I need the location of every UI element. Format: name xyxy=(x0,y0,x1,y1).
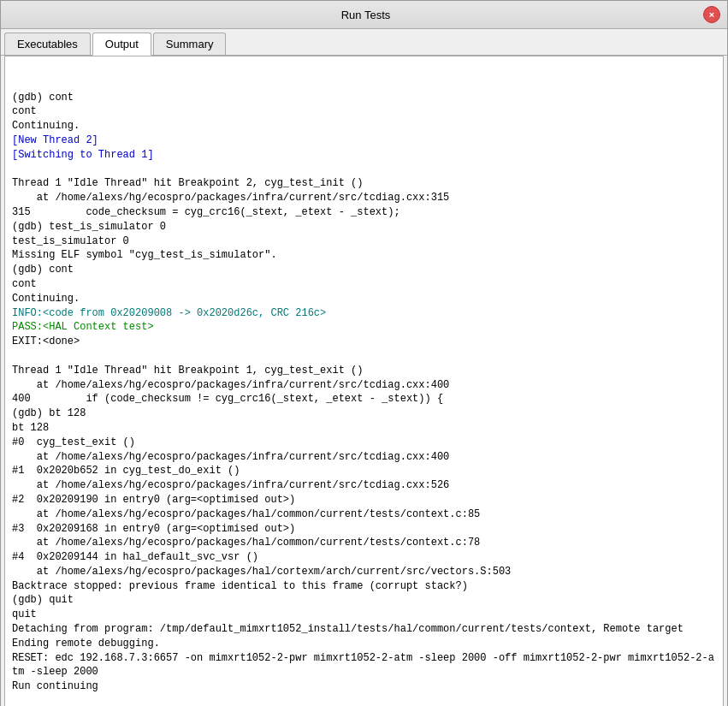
output-line: Ending remote debugging. xyxy=(12,637,716,651)
output-line: Thread 1 "Idle Thread" hit Breakpoint 1,… xyxy=(12,364,716,378)
output-content: (gdb) contcontContinuing.[New Thread 2][… xyxy=(4,56,724,706)
output-line: (gdb) cont xyxy=(12,263,716,277)
tab-executables[interactable]: Executables xyxy=(4,33,91,55)
output-line: #1 0x2020b652 in cyg_test_do_exit () xyxy=(12,464,716,478)
output-line: Missing ELF symbol "cyg_test_is_simulato… xyxy=(12,248,716,263)
output-line xyxy=(12,694,716,706)
output-line: at /home/alexs/hg/ecospro/packages/infra… xyxy=(12,478,716,493)
output-line: Run continuing xyxy=(12,679,716,694)
run-tests-dialog: Run Tests × Executables Output Summary (… xyxy=(0,0,728,706)
output-line: #3 0x20209168 in entry0 (arg=<optimised … xyxy=(12,522,716,537)
output-line: at /home/alexs/hg/ecospro/packages/hal/c… xyxy=(12,536,716,550)
title-bar: Run Tests × xyxy=(1,1,727,29)
output-line xyxy=(12,349,716,364)
output-line: EXIT:<done> xyxy=(12,335,716,349)
dialog-title: Run Tests xyxy=(28,9,703,21)
output-line: #0 cyg_test_exit () xyxy=(12,436,716,450)
output-line: Detaching from program: /tmp/default_mim… xyxy=(12,622,716,637)
output-line: Backtrace stopped: previous frame identi… xyxy=(12,579,716,594)
output-line: [Switching to Thread 1] xyxy=(12,148,716,163)
output-line: test_is_simulator 0 xyxy=(12,234,716,249)
output-line xyxy=(12,163,716,177)
output-line: RESET: edc 192.168.7.3:6657 -on mimxrt10… xyxy=(12,651,716,680)
tab-summary[interactable]: Summary xyxy=(153,33,227,55)
output-line: Continuing. xyxy=(12,292,716,306)
output-line: bt 128 xyxy=(12,421,716,436)
output-line: Thread 1 "Idle Thread" hit Breakpoint 2,… xyxy=(12,176,716,191)
output-line: (gdb) bt 128 xyxy=(12,406,716,421)
output-line: #2 0x20209190 in entry0 (arg=<optimised … xyxy=(12,493,716,507)
output-line: INFO:<code from 0x20209008 -> 0x2020d26c… xyxy=(12,306,716,321)
output-line: PASS:<HAL Context test> xyxy=(12,320,716,335)
output-line: 315 code_checksum = cyg_crc16(_stext, _e… xyxy=(12,205,716,220)
tabs-bar: Executables Output Summary xyxy=(1,29,727,56)
output-line: Continuing. xyxy=(12,119,716,133)
close-icon[interactable]: × xyxy=(703,6,720,23)
output-line: (gdb) cont xyxy=(12,91,716,105)
output-line: at /home/alexs/hg/ecospro/packages/infra… xyxy=(12,191,716,205)
output-line: cont xyxy=(12,277,716,292)
output-line: (gdb) test_is_simulator 0 xyxy=(12,220,716,234)
output-line: at /home/alexs/hg/ecospro/packages/infra… xyxy=(12,450,716,465)
tab-output[interactable]: Output xyxy=(92,33,151,56)
output-line: [New Thread 2] xyxy=(12,133,716,148)
output-line: quit xyxy=(12,608,716,622)
output-line: (gdb) quit xyxy=(12,593,716,608)
output-line: at /home/alexs/hg/ecospro/packages/hal/c… xyxy=(12,507,716,522)
output-line: at /home/alexs/hg/ecospro/packages/hal/c… xyxy=(12,565,716,579)
output-line: #4 0x20209144 in hal_default_svc_vsr () xyxy=(12,550,716,565)
output-line: cont xyxy=(12,104,716,119)
output-line: 400 if (code_checksum != cyg_crc16(_stex… xyxy=(12,392,716,406)
output-line: at /home/alexs/hg/ecospro/packages/infra… xyxy=(12,378,716,393)
